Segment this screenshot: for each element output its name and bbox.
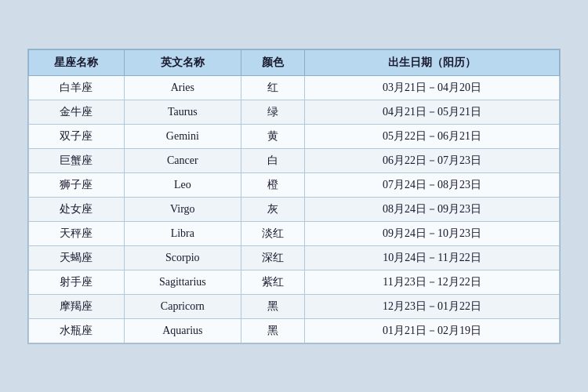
header-date: 出生日期（阳历） — [305, 49, 560, 75]
header-zh: 星座名称 — [29, 49, 125, 75]
header-en: 英文名称 — [124, 49, 241, 75]
table-row: 巨蟹座Cancer白06月22日－07月23日 — [29, 148, 560, 172]
cell-date: 03月21日－04月20日 — [305, 75, 560, 100]
cell-date: 12月23日－01月22日 — [305, 294, 560, 318]
cell-en: Libra — [124, 221, 241, 245]
table-row: 双子座Gemini黄05月22日－06月21日 — [29, 124, 560, 148]
cell-en: Aquarius — [124, 318, 241, 343]
cell-date: 01月21日－02月19日 — [305, 318, 560, 343]
cell-date: 06月22日－07月23日 — [305, 148, 560, 172]
cell-date: 05月22日－06月21日 — [305, 124, 560, 148]
cell-zh: 白羊座 — [29, 75, 125, 100]
cell-zh: 天秤座 — [29, 221, 125, 245]
cell-date: 09月24日－10月23日 — [305, 221, 560, 245]
cell-en: Capricorn — [124, 294, 241, 318]
table-row: 天秤座Libra淡红09月24日－10月23日 — [29, 221, 560, 245]
cell-en: Cancer — [124, 148, 241, 172]
cell-zh: 射手座 — [29, 270, 125, 294]
table-row: 金牛座Taurus绿04月21日－05月21日 — [29, 100, 560, 124]
cell-en: Virgo — [124, 197, 241, 221]
cell-color: 黄 — [241, 124, 304, 148]
cell-en: Sagittarius — [124, 270, 241, 294]
cell-zh: 巨蟹座 — [29, 148, 125, 172]
table-row: 天蝎座Scorpio深红10月24日－11月22日 — [29, 245, 560, 270]
table-row: 处女座Virgo灰08月24日－09月23日 — [29, 197, 560, 221]
cell-color: 黑 — [241, 318, 304, 343]
table-row: 白羊座Aries红03月21日－04月20日 — [29, 75, 560, 100]
zodiac-table-container: 星座名称 英文名称 颜色 出生日期（阳历） 白羊座Aries红03月21日－04… — [27, 49, 561, 344]
table-row: 狮子座Leo橙07月24日－08月23日 — [29, 172, 560, 197]
table-body: 白羊座Aries红03月21日－04月20日金牛座Taurus绿04月21日－0… — [29, 75, 560, 343]
cell-date: 08月24日－09月23日 — [305, 197, 560, 221]
cell-color: 绿 — [241, 100, 304, 124]
cell-en: Taurus — [124, 100, 241, 124]
cell-color: 黑 — [241, 294, 304, 318]
cell-en: Aries — [124, 75, 241, 100]
zodiac-table: 星座名称 英文名称 颜色 出生日期（阳历） 白羊座Aries红03月21日－04… — [28, 49, 560, 343]
cell-zh: 狮子座 — [29, 172, 125, 197]
header-color: 颜色 — [241, 49, 304, 75]
cell-date: 07月24日－08月23日 — [305, 172, 560, 197]
cell-date: 10月24日－11月22日 — [305, 245, 560, 270]
cell-date: 11月23日－12月22日 — [305, 270, 560, 294]
cell-color: 灰 — [241, 197, 304, 221]
cell-color: 白 — [241, 148, 304, 172]
cell-color: 淡红 — [241, 221, 304, 245]
cell-en: Gemini — [124, 124, 241, 148]
table-row: 水瓶座Aquarius黑01月21日－02月19日 — [29, 318, 560, 343]
table-row: 摩羯座Capricorn黑12月23日－01月22日 — [29, 294, 560, 318]
cell-color: 橙 — [241, 172, 304, 197]
cell-zh: 天蝎座 — [29, 245, 125, 270]
table-header-row: 星座名称 英文名称 颜色 出生日期（阳历） — [29, 49, 560, 75]
cell-color: 深红 — [241, 245, 304, 270]
cell-en: Leo — [124, 172, 241, 197]
cell-zh: 双子座 — [29, 124, 125, 148]
cell-color: 紫红 — [241, 270, 304, 294]
cell-date: 04月21日－05月21日 — [305, 100, 560, 124]
table-row: 射手座Sagittarius紫红11月23日－12月22日 — [29, 270, 560, 294]
cell-color: 红 — [241, 75, 304, 100]
cell-en: Scorpio — [124, 245, 241, 270]
cell-zh: 摩羯座 — [29, 294, 125, 318]
cell-zh: 金牛座 — [29, 100, 125, 124]
cell-zh: 处女座 — [29, 197, 125, 221]
cell-zh: 水瓶座 — [29, 318, 125, 343]
